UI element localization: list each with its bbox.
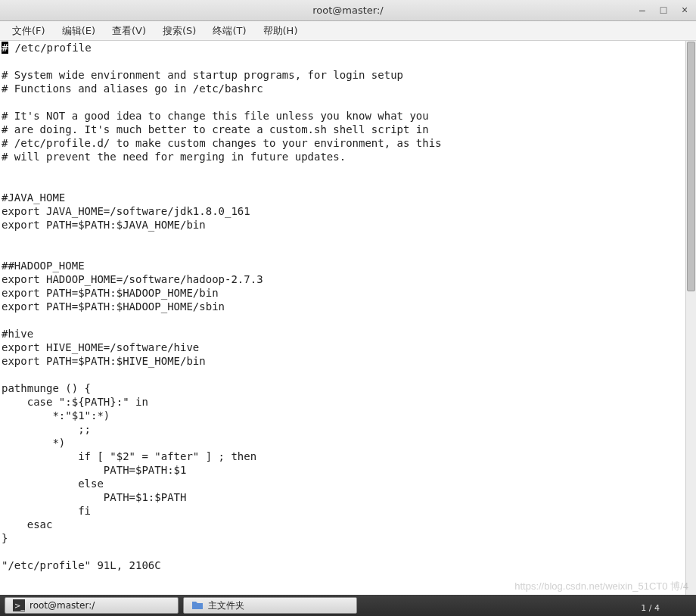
taskbar: >_ root@master:/ 主文件夹 <box>0 595 696 616</box>
menu-edit[interactable]: 编辑(E) <box>56 22 101 40</box>
minimize-button[interactable]: – <box>635 3 649 17</box>
folder-icon <box>191 599 204 611</box>
close-button[interactable]: × <box>678 3 691 17</box>
menu-search[interactable]: 搜索(S) <box>157 22 202 40</box>
menubar: 文件(F) 编辑(E) 查看(V) 搜索(S) 终端(T) 帮助(H) <box>0 21 696 41</box>
taskbar-item-files[interactable]: 主文件夹 <box>183 597 357 614</box>
window-titlebar: root@master:/ – □ × <box>0 0 696 21</box>
terminal-area: # /etc/profile # System wide environment… <box>0 41 696 595</box>
terminal-content[interactable]: # /etc/profile # System wide environment… <box>0 41 685 595</box>
terminal-icon: >_ <box>13 599 25 611</box>
tray-page: 1 / 4 <box>641 603 660 613</box>
taskbar-item-terminal[interactable]: >_ root@master:/ <box>5 597 179 614</box>
taskbar-item-label: 主文件夹 <box>208 599 244 612</box>
menu-file[interactable]: 文件(F) <box>6 22 51 40</box>
menu-view[interactable]: 查看(V) <box>106 22 152 40</box>
window-title: root@master:/ <box>312 5 383 16</box>
scrollbar[interactable] <box>685 41 696 595</box>
taskbar-item-label: root@master:/ <box>30 600 95 611</box>
svg-text:>_: >_ <box>14 602 25 611</box>
menu-terminal[interactable]: 终端(T) <box>207 22 252 40</box>
maximize-button[interactable]: □ <box>657 3 670 17</box>
window-buttons: – □ × <box>635 3 691 17</box>
menu-help[interactable]: 帮助(H) <box>257 22 304 40</box>
scrollbar-thumb[interactable] <box>687 42 695 291</box>
